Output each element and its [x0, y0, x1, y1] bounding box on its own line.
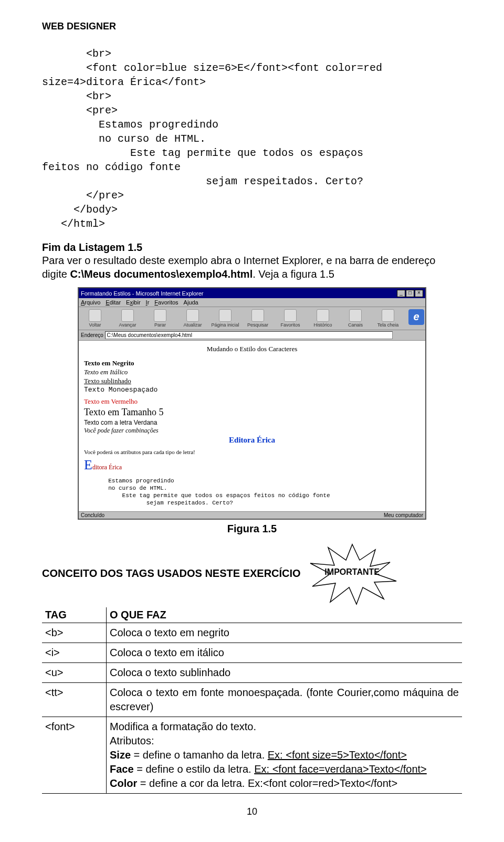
code-listing: <br> <font color=blue size=6>E</font><fo…: [42, 47, 462, 231]
page-number: 10: [42, 806, 462, 817]
forward-button: Avançar: [112, 309, 143, 328]
window-titlebar: Formatando Estilos - Microsoft Internet …: [79, 288, 425, 298]
listing-end-label: Fim da Listagem 1.5: [42, 241, 462, 254]
page-header: WEB DESIGNER: [42, 21, 462, 32]
col-desc: O QUE FAZ: [107, 607, 463, 623]
browser-screenshot: Formatando Estilos - Microsoft Internet …: [78, 287, 426, 520]
figure-caption: Figura 1.5: [42, 523, 462, 535]
table-row: <i>Coloca o texto em itálico: [42, 643, 462, 662]
concept-heading: CONCEITO DOS TAGS USADOS NESTE EXERCÍCIO: [42, 567, 301, 580]
table-row: <b>Coloca o texto em negrito: [42, 623, 462, 643]
ie-logo-icon: e: [408, 309, 424, 325]
col-tag: TAG: [42, 607, 107, 623]
channels-button: Canais: [340, 309, 371, 328]
search-button: Pesquisar: [243, 309, 273, 328]
starburst-label: IMPORTANTE: [305, 567, 400, 577]
fullscreen-button: Tela cheia: [373, 309, 403, 328]
refresh-button: Atualizar: [177, 309, 208, 328]
window-controls: _□×: [396, 289, 423, 297]
address-bar: Endereço C:\Meus documentos\exemplo4.htm…: [79, 330, 425, 341]
menu-bar: ArquivoEditarExibirIrFavoritosAjuda: [79, 298, 425, 307]
importance-starburst: IMPORTANTE: [305, 542, 400, 605]
toolbar: Voltar Avançar Parar Atualizar Página in…: [79, 307, 425, 330]
status-bar: Concluído Meu computador: [79, 511, 425, 519]
table-row: <tt> Coloca o texto em fonte monoespaçad…: [42, 682, 462, 717]
table-row: <u>Coloca o texto sublinhado: [42, 662, 462, 682]
back-button: Voltar: [80, 309, 110, 328]
home-button: Página inicial: [210, 309, 240, 328]
history-button: Histórico: [308, 309, 338, 328]
favorites-button: Favoritos: [275, 309, 306, 328]
tags-table: TAG O QUE FAZ <b>Coloca o texto em negri…: [42, 607, 462, 794]
instruction-paragraph: Para ver o resultado deste exemplo abra …: [42, 254, 462, 281]
address-field: C:\Meus documentos\exemplo4.html: [105, 331, 393, 339]
stop-button: Parar: [145, 309, 175, 328]
table-row: <font> Modifica a formatação do texto. A…: [42, 717, 462, 793]
browser-viewport: Mudando o Estilo dos Caracteres Texto em…: [79, 341, 425, 511]
window-title: Formatando Estilos - Microsoft Internet …: [81, 290, 204, 297]
